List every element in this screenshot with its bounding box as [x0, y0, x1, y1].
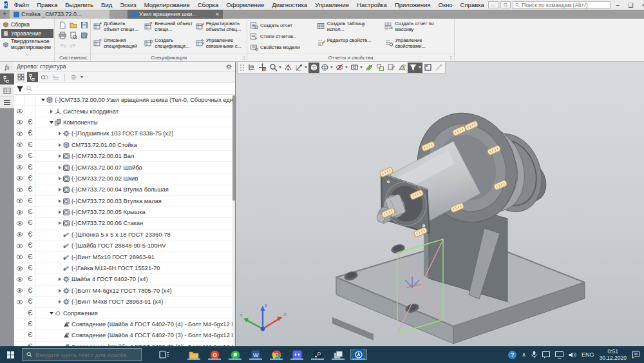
- command-search[interactable]: [513, 1, 611, 9]
- tree-item[interactable]: Є(-)Шайба ГОСТ 28848-90-5-100HV: [14, 240, 235, 251]
- expand-arrow-icon[interactable]: [57, 143, 62, 147]
- group-grip-icon[interactable]: [450, 55, 453, 61]
- tray-monitor-icon[interactable]: [555, 351, 564, 358]
- variables-panel-button[interactable]: fx: [0, 62, 14, 74]
- spec-descriptions-button[interactable]: ?Описания спецификаций: [93, 37, 142, 54]
- visibility-eye-icon[interactable]: [14, 251, 25, 262]
- tree-item[interactable]: ЄСовпадение (Шайба 4 ГОСТ 6402-70 (4) - …: [14, 319, 235, 330]
- section-exclude-icon[interactable]: Є: [25, 173, 36, 184]
- section-exclude-icon[interactable]: Є: [25, 286, 36, 296]
- preview-button[interactable]: [68, 30, 79, 41]
- visibility-eye-icon[interactable]: [14, 196, 25, 206]
- section-exclude-icon[interactable]: Є: [25, 274, 36, 284]
- section-exclude-icon[interactable]: Є: [25, 319, 36, 329]
- close-button[interactable]: ×: [638, 2, 644, 8]
- file-explorer-taskbar-icon[interactable]: [185, 349, 202, 360]
- display-shaded-icon[interactable]: [308, 63, 319, 73]
- language-indicator[interactable]: ENG: [582, 351, 594, 358]
- mode-management[interactable]: Управление: [1, 29, 53, 38]
- tab-close-icon[interactable]: ×: [216, 11, 219, 17]
- section-exclude-icon[interactable]: Є: [25, 117, 36, 128]
- yandex-browser-taskbar-icon[interactable]: [206, 349, 223, 360]
- 3d-viewport[interactable]: Y X z: [236, 62, 644, 346]
- tab-stoyka[interactable]: Стойка _СМ733.72.0...: [10, 10, 109, 19]
- kompas-taskbar-icon[interactable]: [350, 349, 367, 360]
- tree-scrollbar[interactable]: [232, 95, 235, 346]
- expand-arrow-icon[interactable]: [57, 199, 62, 203]
- action-center-icon[interactable]: [632, 351, 640, 358]
- visibility-eye-icon[interactable]: [14, 218, 25, 228]
- redo-button[interactable]: [68, 41, 79, 51]
- clip-view-icon[interactable]: [349, 63, 364, 73]
- tree-item[interactable]: Є(-)Болт М4-6gx12 ГОСТ 7805-70 (x4): [14, 286, 235, 297]
- visibility-eye-icon[interactable]: [14, 106, 25, 116]
- create-report-button[interactable]: Создать отчет: [249, 20, 315, 31]
- tree-history-button[interactable]: [50, 72, 61, 82]
- save-as-button[interactable]: [79, 30, 90, 41]
- taskbar-search[interactable]: [22, 348, 142, 361]
- visibility-eye-icon[interactable]: [14, 140, 25, 150]
- zoom-icon[interactable]: [268, 63, 283, 73]
- tree-search-input[interactable]: [35, 86, 233, 92]
- section-exclude-icon[interactable]: Є: [25, 240, 36, 251]
- tree-structure-view-button[interactable]: [15, 72, 26, 82]
- tree-item[interactable]: (-)СМ733.72.00.00 Узел вращения шкива (Т…: [14, 95, 235, 106]
- new-tab-button[interactable]: +: [0, 10, 10, 19]
- filter-funnel-icon[interactable]: [16, 85, 24, 93]
- visibility-eye-icon[interactable]: [14, 274, 25, 284]
- group-grip-icon[interactable]: [86, 55, 89, 61]
- create-array-report-button[interactable]: 23Создать отчет по массиву: [384, 20, 452, 37]
- tree-item[interactable]: Є(-)Шпонка 5 х 5 х 18 ГОСТ 23360-78: [14, 230, 235, 240]
- section-exclude-icon[interactable]: Є: [25, 263, 36, 273]
- tree-item[interactable]: ЄСовпадение (Шайба 4 ГОСТ 6402-70 (2) - …: [14, 342, 235, 346]
- expand-arrow-icon[interactable]: [57, 300, 62, 304]
- tree-panel-button[interactable]: [0, 74, 14, 85]
- menu-item-view[interactable]: Вид: [97, 1, 116, 8]
- menu-item-diagnostics[interactable]: Диагностика: [268, 1, 311, 8]
- visibility-eye-icon[interactable]: [14, 230, 25, 240]
- workspace-icon[interactable]: [422, 63, 433, 73]
- menu-item-sketch[interactable]: Эскиз: [116, 1, 140, 8]
- create-specification-button[interactable]: Создать спецификаци...: [144, 37, 193, 54]
- expand-arrow-icon[interactable]: [57, 154, 62, 158]
- visibility-eye-icon[interactable]: [14, 286, 25, 296]
- tree-item[interactable]: Є(-)СМ733.72.00.05 Крышка: [14, 207, 235, 218]
- expand-arrow-icon[interactable]: [48, 312, 54, 315]
- tree-item[interactable]: ЄСМ733.72.01.00 Стойка: [14, 140, 235, 151]
- visibility-eye-icon[interactable]: [14, 162, 25, 172]
- menu-item-drawing[interactable]: Оформление: [222, 1, 268, 8]
- undo-button[interactable]: [57, 41, 68, 51]
- section-exclude-icon[interactable]: Є: [25, 308, 36, 318]
- tree-item[interactable]: Є(-)СМ733.72.00.06 Стакан: [14, 218, 235, 229]
- section-exclude-icon[interactable]: Є: [25, 128, 36, 139]
- visibility-eye-icon[interactable]: [14, 151, 25, 161]
- section-exclude-icon[interactable]: Є: [25, 342, 36, 346]
- tree-item[interactable]: ЄКомпоненты: [14, 117, 235, 128]
- word-taskbar-icon[interactable]: W: [247, 349, 264, 360]
- dimensions-icon[interactable]: [294, 63, 308, 73]
- section-view-icon[interactable]: [364, 63, 375, 73]
- menu-item-window[interactable]: Окно: [435, 1, 457, 8]
- visibility-eye-icon[interactable]: [14, 240, 25, 251]
- section-exclude-icon[interactable]: Є: [25, 297, 36, 307]
- external-spec-object-button[interactable]: Внешний объект специ...: [144, 20, 193, 37]
- visibility-eye-icon[interactable]: [14, 117, 25, 128]
- open-button[interactable]: [68, 20, 79, 30]
- tree-grouping-dropdown[interactable]: [68, 72, 85, 82]
- drag-handle-icon[interactable]: [238, 63, 246, 73]
- 3d-model-scene[interactable]: Y X z: [236, 62, 644, 346]
- expand-arrow-icon[interactable]: [57, 221, 62, 225]
- filter-objects-icon[interactable]: [408, 63, 422, 73]
- speaker-icon[interactable]: [569, 351, 576, 358]
- menu-item-file[interactable]: Файл: [10, 1, 33, 8]
- section-exclude-icon[interactable]: Є: [25, 162, 36, 172]
- expand-arrow-icon[interactable]: [48, 110, 54, 113]
- chat-icon[interactable]: [542, 351, 550, 358]
- tree-item[interactable]: Є(-)СМ733.72.00.07 Шайба: [14, 162, 235, 173]
- visibility-eye-icon[interactable]: [14, 263, 25, 273]
- expand-arrow-icon[interactable]: [57, 210, 62, 214]
- tab-uzel-vrascheniya[interactable]: Узел вращения шки... ×: [128, 10, 223, 19]
- rebuild-icon[interactable]: [375, 63, 386, 73]
- task-view-taskbar-icon[interactable]: [156, 349, 173, 360]
- group-grip-icon[interactable]: [242, 55, 245, 61]
